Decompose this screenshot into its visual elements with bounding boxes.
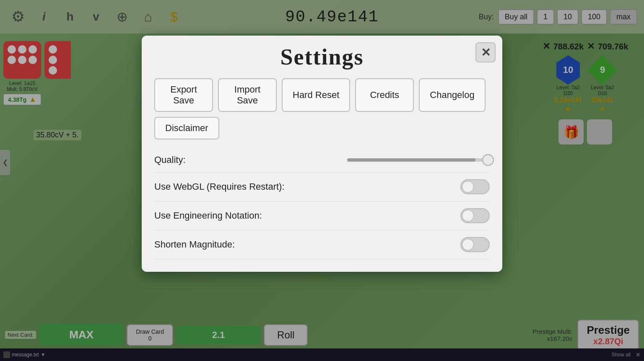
shorten-magnitude-label: Shorten Magnitude: [154,239,322,250]
quality-slider[interactable] [347,158,490,162]
quality-control [322,158,490,162]
hard-reset-button[interactable]: Hard Reset [282,78,350,112]
disclaimer-button[interactable]: Disclaimer [154,117,219,139]
quality-slider-track [347,158,475,162]
shorten-magnitude-control [322,237,490,252]
webgl-control [322,179,490,194]
quality-row: Quality: [154,148,490,173]
engineering-notation-control [322,208,490,223]
settings-modal: Settings ✕ Export Save Import Save Hard … [142,36,502,272]
shorten-magnitude-toggle-knob [462,239,474,250]
engineering-notation-toggle-knob [462,210,474,222]
engineering-notation-row: Use Engineering Notation: [154,201,490,230]
shorten-magnitude-row: Shorten Magnitude: [154,230,490,259]
shorten-magnitude-toggle[interactable] [460,237,490,252]
settings-section: Quality: Use WebGL (Requires Restart): [154,148,490,259]
settings-title: Settings [154,44,490,70]
engineering-notation-toggle[interactable] [460,208,490,223]
changelog-button[interactable]: Changelog [419,78,485,112]
webgl-row: Use WebGL (Requires Restart): [154,173,490,201]
engineering-notation-label: Use Engineering Notation: [154,210,322,221]
settings-buttons-row-2: Disclaimer [154,117,490,139]
export-save-button[interactable]: Export Save [154,78,213,112]
modal-overlay: Settings ✕ Export Save Import Save Hard … [0,0,644,361]
settings-buttons-row-1: Export Save Import Save Hard Reset Credi… [154,78,490,112]
quality-label: Quality: [154,155,322,165]
import-save-button[interactable]: Import Save [218,78,277,112]
quality-slider-thumb[interactable] [482,154,494,166]
settings-close-button[interactable]: ✕ [475,42,496,62]
webgl-label: Use WebGL (Requires Restart): [154,181,322,192]
credits-button[interactable]: Credits [355,78,414,112]
webgl-toggle-knob [462,181,474,193]
webgl-toggle[interactable] [460,179,490,194]
